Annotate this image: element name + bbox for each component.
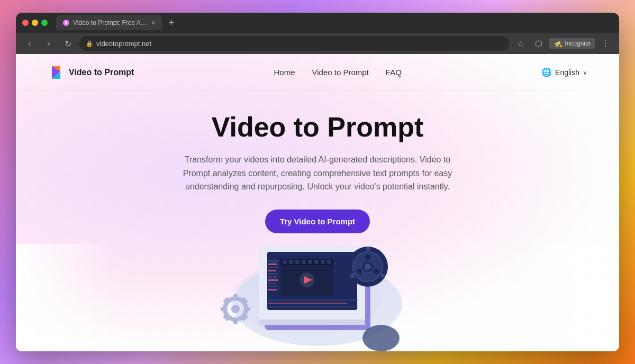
reload-button[interactable]: ↻ (60, 36, 75, 51)
svg-rect-35 (268, 279, 278, 281)
svg-rect-21 (295, 260, 300, 264)
svg-point-51 (381, 274, 385, 278)
illustration-area (16, 244, 619, 351)
tab-close-button[interactable]: × (151, 19, 156, 27)
toolbar-actions: ☆ ⬡ 🕵 Incognito ⋮ (513, 36, 613, 51)
tab-title: Video to Prompt: Free AI Vide... (73, 19, 148, 26)
minimize-window-button[interactable] (32, 20, 38, 26)
svg-rect-6 (233, 294, 238, 301)
svg-point-49 (357, 269, 362, 274)
svg-rect-30 (268, 263, 277, 265)
close-window-button[interactable] (22, 20, 29, 26)
website-content: Video to Prompt Home Video to Prompt FAQ… (16, 54, 619, 351)
svg-rect-37 (268, 286, 278, 287)
globe-icon: 🌐 (541, 67, 552, 77)
svg-rect-31 (268, 267, 278, 268)
address-url: videotoprompt.net (96, 40, 151, 48)
svg-rect-20 (289, 260, 293, 264)
svg-rect-36 (268, 283, 276, 284)
active-tab[interactable]: Video to Prompt: Free AI Vide... × (56, 15, 162, 30)
svg-point-47 (365, 254, 370, 260)
incognito-badge[interactable]: 🕵 Incognito (549, 38, 595, 49)
hero-description: Transform your videos into detailed AI-g… (180, 153, 455, 194)
nav-home[interactable]: Home (274, 68, 295, 77)
svg-point-46 (365, 263, 371, 270)
logo-icon (48, 64, 65, 81)
language-label: English (555, 68, 579, 77)
svg-rect-24 (314, 260, 319, 264)
language-selector[interactable]: 🌐 English ∨ (541, 67, 587, 77)
svg-rect-18 (280, 259, 333, 265)
chevron-down-icon: ∨ (583, 69, 587, 76)
svg-point-48 (374, 269, 379, 274)
bookmark-icon[interactable]: ☆ (513, 36, 528, 51)
hero-title: Video to Prompt (212, 112, 424, 142)
traffic-lights (22, 20, 48, 26)
cta-button[interactable]: Try Video to Prompt (265, 210, 370, 233)
svg-rect-22 (302, 260, 306, 264)
tab-bar: Video to Prompt: Free AI Vide... × + (56, 15, 613, 30)
nav-links: Home Video to Prompt FAQ (274, 68, 402, 77)
svg-rect-9 (221, 307, 227, 311)
svg-rect-39 (268, 299, 358, 301)
svg-point-5 (231, 305, 240, 313)
svg-point-50 (366, 247, 370, 251)
extensions-icon[interactable]: ⬡ (531, 36, 546, 51)
hero-content: Video to Prompt Transform your videos in… (16, 91, 619, 244)
forward-button[interactable]: › (41, 36, 56, 51)
left-fade-panel (16, 244, 111, 351)
svg-rect-29 (268, 260, 278, 262)
back-button[interactable]: ‹ (22, 36, 37, 51)
logo-area[interactable]: Video to Prompt (48, 64, 134, 81)
svg-point-53 (362, 325, 400, 351)
browser-titlebar: Video to Prompt: Free AI Vide... × + (16, 13, 619, 33)
svg-rect-41 (268, 306, 358, 307)
svg-rect-40 (268, 303, 347, 304)
nav-video-to-prompt[interactable]: Video to Prompt (312, 68, 369, 77)
browser-menu-icon[interactable]: ⋮ (598, 36, 613, 51)
svg-rect-38 (268, 289, 277, 290)
svg-rect-25 (321, 260, 325, 264)
nav-faq[interactable]: FAQ (386, 68, 402, 77)
address-bar[interactable]: 🔒 videotoprompt.net (79, 36, 509, 51)
hero-illustration (206, 235, 429, 351)
svg-rect-26 (327, 260, 331, 264)
lock-icon: 🔒 (86, 40, 93, 47)
navbar: Video to Prompt Home Video to Prompt FAQ… (16, 54, 619, 91)
svg-rect-8 (244, 307, 250, 311)
new-tab-button[interactable]: + (164, 15, 179, 30)
svg-rect-23 (308, 260, 312, 264)
svg-rect-34 (268, 276, 277, 278)
svg-rect-32 (268, 270, 276, 271)
browser-window: Video to Prompt: Free AI Vide... × + ‹ ›… (16, 13, 619, 351)
incognito-icon: 🕵 (554, 39, 563, 48)
logo-text: Video to Prompt (69, 68, 134, 77)
svg-rect-42 (259, 320, 365, 325)
browser-toolbar: ‹ › ↻ 🔒 videotoprompt.net ☆ ⬡ 🕵 Incognit… (16, 33, 619, 54)
right-fade-panel (524, 244, 619, 351)
maximize-window-button[interactable] (41, 20, 48, 26)
svg-rect-33 (268, 273, 278, 275)
tab-favicon-icon (62, 19, 70, 26)
svg-rect-7 (233, 317, 238, 324)
svg-rect-19 (283, 260, 287, 264)
svg-point-52 (350, 274, 355, 278)
hero-section: Video to Prompt Home Video to Prompt FAQ… (16, 54, 619, 351)
incognito-label: Incognito (565, 40, 591, 47)
